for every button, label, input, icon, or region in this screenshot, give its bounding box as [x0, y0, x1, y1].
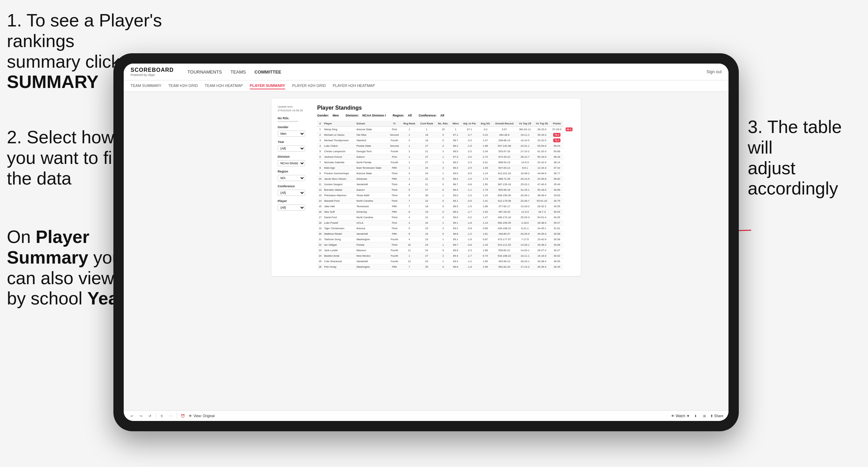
table-cell-0-12: 28-15-0: [533, 127, 550, 132]
table-cell-14-0: 15: [317, 204, 323, 209]
watch-icon: 👁: [671, 414, 675, 418]
table-cell-17-10: 500-155-35: [492, 220, 516, 226]
division-select[interactable]: NCAA Division I: [278, 160, 305, 166]
table-cell-18-2: Arizona: [355, 226, 388, 231]
nav-sign-out[interactable]: Sign out: [706, 69, 722, 74]
table-cell-24-1: Cole Sherwood: [323, 259, 355, 264]
share-icon: ⬆: [710, 414, 713, 418]
table-cell-1-9: 3.10: [479, 132, 492, 138]
sub-nav-team-h2h-grid[interactable]: TEAM H2H GRID: [168, 82, 198, 89]
table-cell-15-0: 16: [317, 209, 323, 215]
toolbar-refresh-btn[interactable]: ↺: [147, 413, 153, 419]
table-cell-10-4: 4: [401, 182, 418, 187]
table-cell-23-0: 24: [317, 253, 323, 259]
table-cell-20-2: Washington: [355, 237, 388, 242]
table-cell-14-9: 1.66: [479, 204, 492, 209]
table-cell-11-13: 30.96: [550, 187, 564, 193]
table-cell-10-12: 47-40-3: [533, 182, 550, 187]
filter-player-group: Player (All): [278, 199, 312, 211]
filter-gender-group: Gender Men: [278, 125, 312, 137]
table-cell-20-10: 473-177-57: [492, 237, 516, 242]
table-cell-13-0: 14: [317, 198, 323, 204]
table-cell-12-2: Texas A&M: [355, 193, 388, 198]
table-cell-25-7: 68.6: [451, 264, 461, 270]
table-cell-23-12: 19-16-0: [533, 253, 550, 259]
table-cell-13-12: 53-51-10: [533, 198, 550, 204]
sub-nav-player-summary[interactable]: PLAYER SUMMARY: [250, 82, 285, 89]
toolbar-back-btn[interactable]: ↩: [129, 413, 135, 419]
table-cell-8-4: 3: [401, 171, 418, 176]
nav-committee[interactable]: COMMITTEE: [255, 68, 281, 76]
table-cell-1-6: 0: [436, 132, 451, 138]
table-cell-21-13: 30.68: [550, 242, 564, 248]
table-cell-15-12: 18-7-3: [533, 209, 550, 215]
table-cell-16-11: 25-25-3: [516, 215, 533, 220]
gender-select[interactable]: Men: [278, 131, 305, 137]
table-cell-4-0: 5: [317, 149, 323, 154]
table-cell-0-0: 1: [317, 127, 323, 132]
player-select[interactable]: (All): [278, 204, 305, 211]
table-cell-7-7: 68.3: [451, 165, 461, 171]
sub-nav-team-h2h-heatmap[interactable]: TEAM H2H HEATMAP: [205, 82, 243, 89]
table-cell-23-13: 30.02: [550, 253, 564, 259]
toolbar-copy-btn[interactable]: ⎘: [159, 413, 165, 419]
watch-btn[interactable]: 👁 Watch ▼: [671, 414, 690, 418]
table-cell-25-5: 25: [418, 264, 436, 270]
table-cell-2-1: Michael Thorbjornsen: [323, 138, 355, 143]
share-btn[interactable]: ⬆ Share: [710, 414, 723, 418]
year-select[interactable]: (All): [278, 145, 305, 152]
table-cell-25-2: Washington: [355, 264, 388, 270]
view-original-btn[interactable]: 👁 View: Original: [189, 414, 215, 418]
table-cell-14-8: -1.5: [460, 204, 478, 209]
table-cell-3-12: 63-54-6: [533, 143, 550, 149]
sub-nav-player-h2h-grid[interactable]: PLAYER H2H GRID: [292, 82, 326, 89]
table-cell-14-10: 377-82-17: [492, 204, 516, 209]
table-cell-11-2: Auburn: [355, 187, 388, 193]
table-cell-17-5: 24: [418, 220, 436, 226]
table-cell-19-12: 49-35-9: [533, 231, 550, 237]
toolbar-clock-btn[interactable]: ⏰: [180, 413, 186, 419]
table-cell-7-4: 1: [401, 165, 418, 171]
col-no-rds: No. Rds.: [436, 121, 451, 127]
toolbar-more-btn[interactable]: ⋯: [168, 413, 174, 419]
toolbar-grid-btn[interactable]: ⊞: [701, 413, 708, 419]
table-cell-1-1: Michael Le Sasso: [323, 132, 355, 138]
toolbar-download-btn[interactable]: ⬇: [692, 413, 699, 419]
col-avg-sg: Avg SG: [479, 121, 492, 127]
table-cell-19-2: Vanderbilt: [355, 231, 388, 237]
nav-tournaments[interactable]: TOURNAMENTS: [188, 68, 222, 76]
region-select[interactable]: N/A: [278, 175, 305, 181]
table-cell-11-11: 31-15-1: [516, 187, 533, 193]
table-cell-3-9: 1.98: [479, 143, 492, 149]
conference-select[interactable]: (All): [278, 190, 305, 196]
sub-nav-team-summary[interactable]: TEAM SUMMARY: [131, 82, 162, 89]
table-cell-13-3: Third: [388, 198, 401, 204]
filters-panel: Update time: 27/03/2024 16:56:26 No Rds.…: [278, 105, 312, 270]
table-cell-23-10: 616-168-22: [492, 253, 516, 259]
table-cell-7-13: 37.42: [550, 165, 564, 171]
table-cell-22-2: Missouri: [355, 248, 388, 253]
share-label: Share: [714, 414, 723, 418]
table-cell-13-10: 412-179-38: [492, 198, 516, 204]
table-cell-9-4: 1: [401, 176, 418, 182]
table-cell-20-13: 30.58: [550, 237, 564, 242]
table-row: 17David FordNorth CarolinaThird421069.0-…: [317, 215, 575, 220]
nav-teams[interactable]: TEAMS: [231, 68, 246, 76]
table-cell-23-5: 27: [418, 253, 436, 259]
table-cell-17-7: 69.1: [451, 220, 461, 226]
table-cell-0-8: 67.1: [460, 127, 478, 132]
annotation-3-text1: On: [7, 227, 36, 247]
sub-nav-player-h2h-heatmap[interactable]: PLAYER H2H HEATMAP: [333, 82, 375, 89]
table-cell-21-12: 29-38-2: [533, 242, 550, 248]
toolbar-forward-btn[interactable]: ↪: [138, 413, 144, 419]
table-cell-0-14: 88.2: [564, 127, 575, 132]
table-cell-18-3: Third: [388, 226, 401, 231]
table-cell-2-4: 2: [401, 138, 418, 143]
table-cell-16-2: North Carolina: [355, 215, 388, 220]
range-slider[interactable]: [278, 121, 298, 122]
filter-range-slider: [278, 121, 312, 122]
table-cell-11-6: 0: [436, 187, 451, 193]
table-cell-20-3: Fourth: [388, 237, 401, 242]
table-cell-14-4: 7: [401, 204, 418, 209]
table-cell-21-0: 22: [317, 242, 323, 248]
